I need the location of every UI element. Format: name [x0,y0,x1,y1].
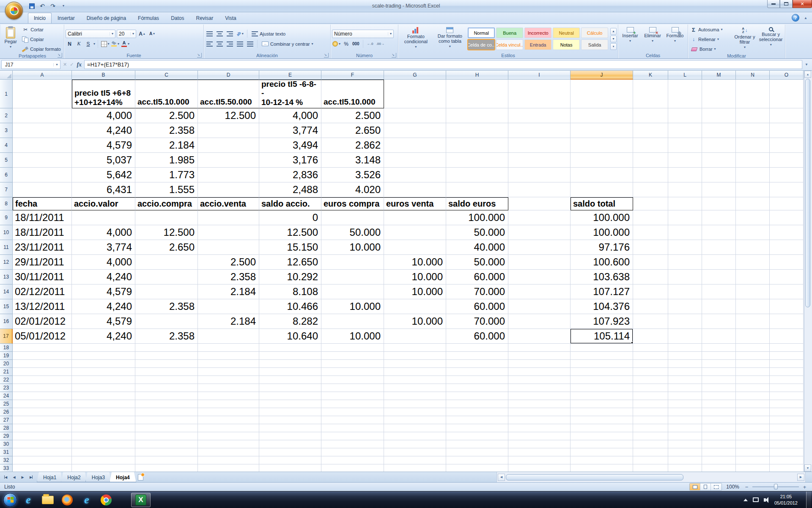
cell-F14[interactable] [321,284,384,299]
cell-B1[interactable]: precio tl5 +6+8 +10+12+14% [72,80,135,108]
cell-F31[interactable] [321,448,384,456]
cell-M23[interactable] [702,384,736,392]
cell-J8[interactable]: saldo total [571,197,633,210]
cancel-icon[interactable]: ✕ [63,62,67,67]
cell-H29[interactable] [446,432,508,440]
cell-E33[interactable] [259,464,321,472]
cell-E12[interactable]: 12.650 [259,255,321,270]
cell-H18[interactable] [446,344,508,352]
align-bottom-button[interactable] [225,30,234,38]
cell-F15[interactable]: 10.000 [321,299,384,314]
cell-A21[interactable] [13,368,72,376]
cell-J28[interactable] [571,424,633,432]
cell-O25[interactable] [770,400,804,408]
cell-G25[interactable] [384,400,446,408]
cell-G20[interactable] [384,360,446,368]
cell-K26[interactable] [633,408,668,416]
autosum-button[interactable]: ΣAutosuma▾ [689,25,732,34]
cell-E6[interactable]: 2,836 [259,168,321,182]
cell-L29[interactable] [668,432,702,440]
cell-M26[interactable] [702,408,736,416]
row-header-16[interactable]: 16 [0,314,13,329]
cell-L6[interactable] [668,168,702,182]
cell-A4[interactable] [13,138,72,153]
taskbar-item-excel[interactable]: X [131,493,151,507]
maximize-button[interactable] [780,0,793,8]
cell-F13[interactable] [321,270,384,284]
cell-M10[interactable] [702,225,736,240]
cell-G10[interactable] [384,225,446,240]
scroll-right-button[interactable]: ▶ [797,474,804,481]
cell-D5[interactable] [198,153,259,168]
cell-B23[interactable] [72,384,135,392]
cell-F1[interactable]: acc.tl5.10.000 [321,80,384,108]
cell-J1[interactable] [571,80,633,108]
start-button[interactable] [3,493,17,507]
cell-E18[interactable] [259,344,321,352]
cell-A23[interactable] [13,384,72,392]
column-header-I[interactable]: I [508,71,571,80]
cell-M5[interactable] [702,153,736,168]
cell-N32[interactable] [736,456,770,464]
style-chip-buena[interactable]: Buena [496,28,523,38]
orientation-button[interactable]: ab▾ [236,30,244,38]
cell-B9[interactable] [72,210,135,225]
cell-H1[interactable] [446,80,508,108]
column-header-E[interactable]: E [259,71,321,80]
cell-I14[interactable] [508,284,571,299]
cell-G23[interactable] [384,384,446,392]
wrap-text-button[interactable]: Ajustar texto [250,30,287,38]
cell-D20[interactable] [198,360,259,368]
cell-B21[interactable] [72,368,135,376]
cell-G18[interactable] [384,344,446,352]
column-header-J[interactable]: J [571,71,633,80]
cell-A33[interactable] [13,464,72,472]
cell-L12[interactable] [668,255,702,270]
cell-K29[interactable] [633,432,668,440]
previous-sheet-button[interactable]: ◀ [10,473,18,481]
cell-K25[interactable] [633,400,668,408]
cell-O33[interactable] [770,464,804,472]
font-size-select[interactable]: 20▾ [117,30,136,38]
cell-G7[interactable] [384,182,446,197]
cell-N10[interactable] [736,225,770,240]
cell-L16[interactable] [668,314,702,329]
minimize-button[interactable] [767,0,780,8]
format-as-table-button[interactable]: Dar formato como tabla ▾ [433,25,466,52]
cell-L10[interactable] [668,225,702,240]
cell-D15[interactable] [198,299,259,314]
cell-N12[interactable] [736,255,770,270]
cell-B10[interactable]: 4,000 [72,225,135,240]
cell-M13[interactable] [702,270,736,284]
cell-I18[interactable] [508,344,571,352]
row-header-28[interactable]: 28 [0,424,13,432]
cell-G9[interactable] [384,210,446,225]
column-header-B[interactable]: B [72,71,135,80]
cell-B8[interactable]: accio.valor [72,197,135,210]
column-header-A[interactable]: A [13,71,72,80]
cell-F32[interactable] [321,456,384,464]
cell-B24[interactable] [72,392,135,400]
cell-N18[interactable] [736,344,770,352]
align-middle-button[interactable] [215,30,224,38]
cell-C32[interactable] [135,456,198,464]
cell-C8[interactable]: accio.compra [135,197,198,210]
cell-D6[interactable] [198,168,259,182]
cell-M20[interactable] [702,360,736,368]
cell-E16[interactable]: 8.282 [259,314,321,329]
cell-G5[interactable] [384,153,446,168]
scroll-down-button[interactable]: ▼ [804,464,811,472]
cell-C25[interactable] [135,400,198,408]
cell-N28[interactable] [736,424,770,432]
cell-G11[interactable] [384,240,446,255]
cell-H3[interactable] [446,123,508,138]
cell-O28[interactable] [770,424,804,432]
cell-F17[interactable]: 10.000 [321,329,384,344]
cell-H27[interactable] [446,416,508,424]
cell-O22[interactable] [770,376,804,384]
zoom-out-button[interactable]: − [743,484,750,490]
cell-O31[interactable] [770,448,804,456]
cell-M24[interactable] [702,392,736,400]
gallery-more-button[interactable]: ▾ [610,43,617,50]
bold-button[interactable]: N [66,40,74,48]
